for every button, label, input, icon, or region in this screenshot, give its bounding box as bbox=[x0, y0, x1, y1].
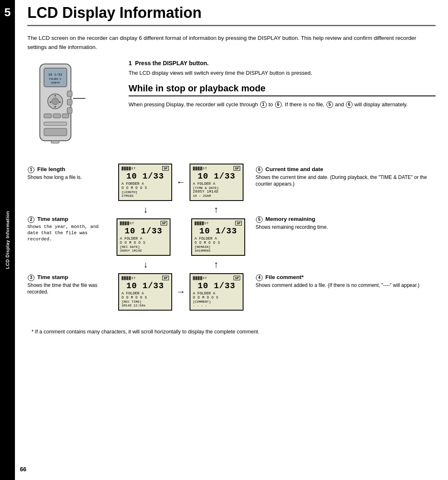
svg-rect-14 bbox=[44, 114, 51, 118]
arrow-right-3: → bbox=[176, 287, 185, 297]
page-title: LCD Display Information bbox=[27, 4, 436, 22]
section-heading: While in stop or playback mode bbox=[129, 83, 436, 96]
step-instructions: 1 Press the DISPLAY button. The LCD disp… bbox=[129, 60, 436, 157]
diagram-area: 1 File length Shows how long a file is. … bbox=[27, 162, 436, 324]
step1-instruction: 1 Press the DISPLAY button. The LCD disp… bbox=[129, 60, 436, 77]
center-lcds: ▓▓▓▓ST SP 10 1/33 A FORDER A O O M O O S… bbox=[110, 162, 251, 324]
step-section: 10 1/33 FOLDER A LENGTH ▲ ▼ ◄ ► bbox=[27, 60, 436, 157]
lcd-screen-5: ▓▓▓▓ST SP 10 1/33 A FOLDER A O O M O O S… bbox=[191, 218, 245, 256]
device-svg: 10 1/33 FOLDER A LENGTH ▲ ▼ ◄ ► bbox=[27, 60, 85, 155]
arrow-down-2: ↓ bbox=[144, 259, 148, 270]
label6-desc: Shows the current time and date. (During… bbox=[256, 174, 436, 188]
svg-rect-5 bbox=[67, 91, 72, 97]
lcd-row3: ▓▓▓▓ST SP 10 1/33 A FOLDER A O O M O O S… bbox=[118, 272, 243, 312]
circle-1: 1 bbox=[260, 101, 267, 108]
svg-text:LENGTH: LENGTH bbox=[51, 81, 60, 84]
chapter-number: 5 bbox=[0, 0, 15, 25]
title-section: LCD Display Information bbox=[27, 4, 436, 26]
svg-text:►: ► bbox=[59, 100, 62, 103]
step1-label: 1 Press the DISPLAY button. bbox=[129, 60, 436, 66]
arrow-up-1: ↑ bbox=[214, 204, 219, 215]
circle-item2: 2 bbox=[28, 216, 34, 223]
sidebar: 5 LCD Display Information bbox=[0, 0, 15, 480]
step1-desc: The LCD display views will switch every … bbox=[129, 69, 436, 77]
circle-6: 6 bbox=[275, 101, 282, 108]
label-block-1: 1 File length Shows how long a file is. bbox=[27, 162, 106, 212]
page-number: 66 bbox=[20, 466, 27, 473]
left-labels: 1 File length Shows how long a file is. … bbox=[27, 162, 106, 324]
label-block-2: 2 Time stamp Shows the year, month, and … bbox=[27, 212, 106, 270]
lcd-screen-1: ▓▓▓▓ST SP 10 1/33 A FORDER A O O M O O S… bbox=[118, 164, 172, 201]
label-block-6: 6 Current time and date Shows the curren… bbox=[256, 162, 436, 212]
svg-rect-6 bbox=[67, 99, 72, 105]
circle-5: 5 bbox=[326, 101, 333, 108]
svg-text:▼: ▼ bbox=[54, 105, 57, 108]
svg-text:FOLDER A: FOLDER A bbox=[49, 78, 61, 81]
lcd-screen-3: ▓▓▓▓ST SP 10 1/33 A FOLDER A O O M O O S… bbox=[118, 273, 172, 311]
arrow-left-1: ← bbox=[176, 177, 185, 188]
label4-title: 4 File comment* bbox=[256, 274, 436, 281]
circle-item3: 3 bbox=[28, 274, 34, 281]
svg-rect-16 bbox=[62, 114, 69, 118]
arrow-up-2: ↑ bbox=[214, 259, 219, 270]
lcd-row2: ▓▓▓▓ST SP 10 1/33 A FOLDER A O O M O O S… bbox=[117, 217, 245, 257]
label-block-5: 5 Memory remaining Shows remaining recor… bbox=[256, 212, 436, 270]
intro-text: The LCD screen on the recorder can displ… bbox=[27, 34, 436, 51]
between-arrows-1: ↓ ↑ bbox=[110, 204, 251, 215]
label2-title: 2 Time stamp bbox=[27, 216, 106, 223]
label6-title: 6 Current time and date bbox=[256, 166, 436, 173]
svg-rect-7 bbox=[67, 108, 72, 113]
label-block-4: 4 File comment* Shows comment added to a… bbox=[256, 270, 436, 324]
svg-rect-15 bbox=[53, 114, 61, 118]
svg-point-9 bbox=[52, 98, 58, 105]
right-labels: 6 Current time and date Shows the curren… bbox=[256, 162, 436, 324]
svg-text:▲: ▲ bbox=[54, 94, 57, 97]
arrow-down-1: ↓ bbox=[144, 204, 148, 215]
main-content: LCD Display Information The LCD screen o… bbox=[15, 0, 448, 480]
svg-rect-17 bbox=[44, 122, 67, 125]
lcd-column: ▓▓▓▓ST SP 10 1/33 A FORDER A O O M O O S… bbox=[110, 162, 251, 312]
label5-desc: Shows remaining recording time. bbox=[256, 224, 436, 231]
lcd-screen-6: ▓▓▓▓ST SP 10 1/33 A FOLDER A [TIME & DAT… bbox=[190, 164, 243, 201]
label2-desc: Shows the year, month, and date that the… bbox=[27, 224, 106, 243]
lcd-screen-4: ▓▓▓▓ST SP 10 1/33 A FOLDER A O O M O O S… bbox=[190, 273, 243, 311]
between-arrows-2: ↓ ↑ bbox=[110, 259, 251, 270]
circle-6b: 6 bbox=[346, 101, 353, 108]
circle-item5: 5 bbox=[256, 216, 263, 223]
label5-title: 5 Memory remaining bbox=[256, 216, 436, 223]
circle-item1: 1 bbox=[28, 167, 34, 173]
circle-item4: 4 bbox=[256, 274, 263, 281]
label3-desc: Shows the time that the file was recorde… bbox=[27, 282, 106, 296]
svg-rect-19 bbox=[51, 141, 59, 143]
label1-desc: Shows how long a file is. bbox=[27, 174, 106, 181]
lcd-row1: ▓▓▓▓ST SP 10 1/33 A FORDER A O O M O O S… bbox=[118, 162, 243, 203]
lcd-screen-2: ▓▓▓▓ST SP 10 1/33 A FOLDER A O O M O O S… bbox=[117, 218, 170, 256]
label4-desc: Shows comment added to a file. (If there… bbox=[256, 282, 436, 289]
svg-text:10 1/33: 10 1/33 bbox=[48, 73, 62, 76]
sidebar-label: LCD Display Information bbox=[5, 211, 10, 269]
label1-title: 1 File length bbox=[27, 166, 106, 173]
device-image-panel: 10 1/33 FOLDER A LENGTH ▲ ▼ ◄ ► bbox=[27, 60, 119, 157]
svg-text:◄: ◄ bbox=[49, 100, 52, 103]
label-block-3: 3 Time stamp Shows the time that the fil… bbox=[27, 270, 106, 324]
svg-rect-18 bbox=[44, 128, 67, 136]
circle-item6: 6 bbox=[256, 167, 263, 173]
footnote: * If a comment contains many characters,… bbox=[27, 328, 436, 336]
label3-title: 3 Time stamp bbox=[27, 274, 106, 281]
section-desc: When pressing Display, the recorder will… bbox=[129, 100, 436, 109]
